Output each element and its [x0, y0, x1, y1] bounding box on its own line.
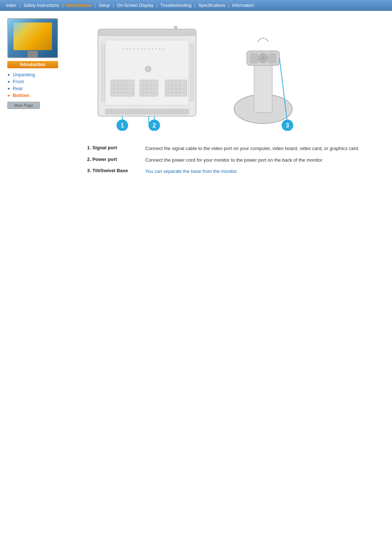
- desc-text-3[interactable]: You can separate the base from the monit…: [145, 166, 377, 177]
- svg-rect-77: [254, 58, 272, 113]
- desc-label-1: 1. Signal port: [87, 143, 145, 154]
- nav-sep-5: |: [156, 3, 158, 8]
- svg-text:2: 2: [153, 122, 156, 129]
- nav-item-safety[interactable]: Safety Instructions: [21, 2, 61, 9]
- nav-sep-7: |: [228, 3, 230, 8]
- main-layout: Introduction ► Unpacking ► Front ► Rear …: [0, 11, 392, 188]
- sidebar-item-unpacking[interactable]: ► Unpacking: [7, 71, 73, 78]
- nav-item-specifications[interactable]: Specifications: [196, 2, 228, 9]
- nav-sep-6: |: [193, 3, 196, 8]
- nav-sep-1: |: [19, 3, 21, 8]
- sidebar: Introduction ► Unpacking ► Front ► Rear …: [7, 18, 73, 181]
- svg-point-11: [126, 48, 128, 50]
- svg-text:1: 1: [121, 122, 124, 129]
- monitor-stand-svg: 3: [229, 22, 298, 131]
- svg-point-12: [130, 48, 131, 50]
- description-table: 1. Signal port Connect the signal cable …: [87, 143, 377, 177]
- sidebar-link-front[interactable]: Front: [13, 79, 24, 84]
- arrow-icon-front: ►: [7, 80, 11, 84]
- svg-rect-2: [174, 26, 177, 29]
- svg-point-17: [148, 48, 150, 50]
- desc-row-1: 1. Signal port Connect the signal cable …: [87, 143, 377, 154]
- desc-text-1: Connect the signal cable to the video po…: [145, 143, 377, 154]
- sidebar-link-bottom[interactable]: Bottom: [13, 93, 29, 98]
- svg-point-14: [137, 48, 139, 50]
- svg-point-18: [152, 48, 153, 50]
- desc-label-3: 3. Tilt/Swivel Base: [87, 166, 145, 177]
- svg-point-16: [144, 48, 146, 50]
- svg-rect-1: [98, 29, 196, 36]
- svg-point-20: [159, 48, 160, 50]
- svg-rect-79: [250, 54, 258, 63]
- svg-point-21: [163, 48, 164, 50]
- sidebar-link-rear[interactable]: Rear: [13, 86, 23, 91]
- sidebar-monitor-image: [7, 18, 58, 58]
- svg-rect-80: [269, 54, 276, 63]
- monitor-diagram-container: 1 2: [87, 22, 211, 132]
- nav-item-index[interactable]: Index: [4, 2, 19, 9]
- svg-point-13: [134, 48, 135, 50]
- sidebar-item-front[interactable]: ► Front: [7, 78, 73, 85]
- desc-row-2: 2. Power port Connect the power cord for…: [87, 154, 377, 166]
- arrow-icon-bottom: ►: [7, 93, 11, 97]
- nav-item-introduction[interactable]: Introduction: [64, 2, 94, 9]
- svg-point-19: [155, 48, 157, 50]
- desc-text-2: Connect the power cord for your monitor …: [145, 154, 377, 166]
- sidebar-link-unpacking[interactable]: Unpacking: [13, 72, 35, 77]
- content-area: 1 2: [80, 18, 385, 181]
- sidebar-item-bottom[interactable]: ► Bottom: [7, 92, 73, 99]
- svg-point-15: [141, 48, 142, 50]
- nav-sep-2: |: [61, 3, 64, 8]
- arrow-icon-rear: ►: [7, 86, 11, 90]
- nav-item-troubleshooting[interactable]: Troubleshooting: [158, 2, 194, 9]
- monitor-back-svg: 1 2: [87, 22, 211, 131]
- nav-bar: Index | Safety Instructions | Introducti…: [0, 0, 392, 11]
- arrow-icon-unpacking: ►: [7, 73, 11, 77]
- main-page-button[interactable]: Main Page: [7, 102, 40, 109]
- monitor-stand-diagram: 3: [229, 22, 298, 132]
- svg-rect-30: [140, 80, 158, 96]
- desc-label-2: 2. Power port: [87, 154, 145, 166]
- sidebar-item-rear[interactable]: ► Rear: [7, 85, 73, 92]
- nav-sep-3: |: [94, 3, 96, 8]
- svg-text:3: 3: [286, 122, 289, 129]
- svg-point-10: [123, 48, 124, 50]
- svg-point-45: [145, 66, 151, 72]
- desc-row-3: 3. Tilt/Swivel Base You can separate the…: [87, 166, 377, 177]
- nav-item-setup[interactable]: Setup: [96, 2, 112, 9]
- nav-item-information[interactable]: Information: [230, 2, 256, 9]
- nav-item-osd[interactable]: On-Screen Display: [115, 2, 156, 9]
- nav-sep-4: |: [112, 3, 115, 8]
- diagram-area: 1 2: [87, 22, 377, 132]
- sidebar-intro-label: Introduction: [7, 61, 58, 68]
- svg-point-82: [261, 56, 265, 60]
